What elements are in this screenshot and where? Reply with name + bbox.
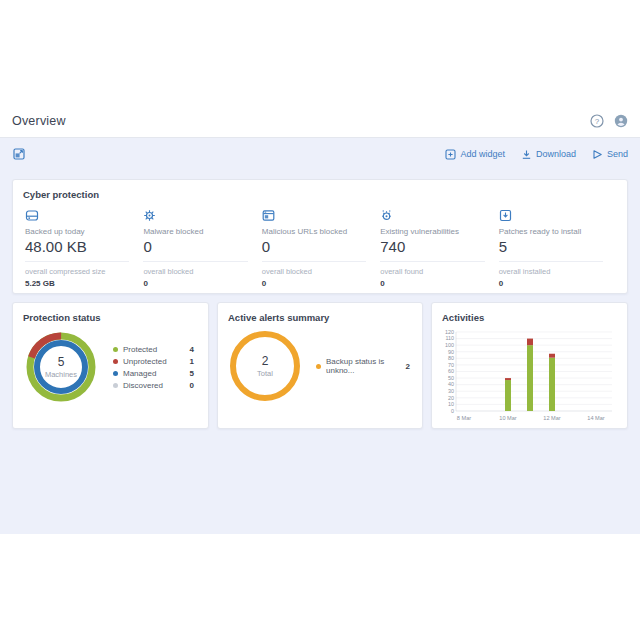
stat-sub-value: 5.25 GB [25, 279, 129, 288]
cyber-protection-panel: Cyber protection Backed up today 48.00 K… [12, 179, 628, 294]
svg-text:40: 40 [448, 381, 454, 387]
svg-text:90: 90 [448, 349, 454, 355]
stat-sub-value: 0 [499, 279, 603, 288]
protection-status-title: Protection status [13, 303, 208, 323]
stat-label: Backed up today [25, 227, 129, 236]
alert-type-dot [316, 364, 321, 369]
stat-vulnerabilities[interactable]: Existing vulnerabilities 740 overall fou… [380, 208, 498, 288]
stat-malicious-urls[interactable]: Malicious URLs blocked 0 overall blocked… [262, 208, 380, 288]
machines-count: 5 [58, 355, 65, 369]
svg-text:80: 80 [448, 355, 454, 361]
help-icon[interactable]: ? [590, 114, 604, 128]
stat-sub-value: 0 [380, 279, 484, 288]
svg-text:12 Mar: 12 Mar [543, 415, 561, 421]
page-header: Overview ? [0, 105, 640, 138]
svg-text:20: 20 [448, 395, 454, 401]
send-label: Send [607, 149, 628, 159]
svg-text:?: ? [595, 117, 600, 126]
machines-label: Machines [45, 370, 77, 379]
legend-item-unprotected[interactable]: Unprotected 1 [113, 357, 198, 366]
cyber-protection-title: Cyber protection [13, 180, 627, 200]
protection-status-legend: Protected 4 Unprotected 1 Managed 5 [113, 342, 198, 393]
alerts-total-label: Total [257, 369, 273, 378]
unprotected-dot [113, 359, 118, 364]
download-icon [521, 149, 532, 160]
stat-sub-label: overall found [380, 267, 484, 276]
svg-text:50: 50 [448, 375, 454, 381]
vulnerability-mine-icon [380, 208, 484, 222]
add-widget-button[interactable]: Add widget [445, 149, 505, 160]
svg-text:70: 70 [448, 362, 454, 368]
stat-backed-up-today[interactable]: Backed up today 48.00 KB overall compres… [25, 208, 143, 288]
patch-install-icon [499, 208, 603, 222]
svg-text:60: 60 [448, 368, 454, 374]
page-title: Overview [12, 114, 66, 128]
svg-text:100: 100 [445, 342, 454, 348]
svg-text:110: 110 [445, 335, 454, 341]
active-alerts-panel: Active alerts summary 2 Total Backup sta… [217, 302, 423, 429]
stat-malware-blocked[interactable]: Malware blocked 0 overall blocked 0 [143, 208, 261, 288]
send-button[interactable]: Send [592, 149, 628, 160]
svg-text:30: 30 [448, 388, 454, 394]
stat-sub-label: overall blocked [262, 267, 366, 276]
stat-sub-value: 0 [143, 279, 247, 288]
activities-panel: Activities 01020304050607080901001101208… [431, 302, 628, 429]
backup-drive-icon [25, 208, 129, 222]
browser-window-icon [262, 208, 366, 222]
stat-sub-label: overall compressed size [25, 267, 129, 276]
alerts-legend-item[interactable]: Backup status is unkno... 2 [316, 357, 412, 375]
stat-value: 0 [143, 238, 247, 255]
protection-status-donut[interactable]: 5 Machines [23, 329, 99, 405]
download-button[interactable]: Download [521, 149, 576, 160]
send-icon [592, 149, 603, 160]
expand-dashboard-icon[interactable] [12, 147, 26, 161]
toolbar: Add widget Download Send [12, 138, 628, 170]
legend-item-managed[interactable]: Managed 5 [113, 369, 198, 378]
stat-value: 48.00 KB [25, 238, 129, 255]
account-icon[interactable] [614, 114, 628, 128]
svg-text:10: 10 [448, 401, 454, 407]
svg-text:14 Mar: 14 Mar [587, 415, 605, 421]
stat-value: 740 [380, 238, 484, 255]
stat-value: 5 [499, 238, 603, 255]
stat-sub-value: 0 [262, 279, 366, 288]
stat-value: 0 [262, 238, 366, 255]
alerts-ring-chart[interactable]: 2 Total [230, 331, 300, 401]
stat-sub-label: overall blocked [143, 267, 247, 276]
stat-sub-label: overall installed [499, 267, 603, 276]
active-alerts-title: Active alerts summary [218, 303, 422, 323]
dashboard-app: Overview ? Add widget Downlo [0, 105, 640, 534]
stat-label: Patches ready to install [499, 227, 603, 236]
svg-text:8 Mar: 8 Mar [457, 415, 471, 421]
add-widget-icon [445, 149, 456, 160]
protected-dot [113, 347, 118, 352]
alerts-total-count: 2 [262, 354, 269, 368]
svg-text:0: 0 [451, 408, 454, 414]
managed-dot [113, 371, 118, 376]
svg-text:120: 120 [445, 329, 454, 335]
activities-title: Activities [432, 303, 627, 323]
stat-patches[interactable]: Patches ready to install 5 overall insta… [499, 208, 617, 288]
download-label: Download [536, 149, 576, 159]
dashboard-canvas: Add widget Download Send Cyber protectio… [0, 138, 640, 534]
add-widget-label: Add widget [460, 149, 505, 159]
activities-bar-chart[interactable]: 01020304050607080901001101208 Mar10 Mar1… [432, 323, 627, 431]
protection-status-panel: Protection status 5 Machines Protected [12, 302, 209, 429]
svg-text:10 Mar: 10 Mar [499, 415, 517, 421]
legend-item-protected[interactable]: Protected 4 [113, 345, 198, 354]
stat-label: Existing vulnerabilities [380, 227, 484, 236]
discovered-dot [113, 383, 118, 388]
malware-bug-icon [143, 208, 247, 222]
stat-label: Malicious URLs blocked [262, 227, 366, 236]
legend-item-discovered[interactable]: Discovered 0 [113, 381, 198, 390]
stat-label: Malware blocked [143, 227, 247, 236]
